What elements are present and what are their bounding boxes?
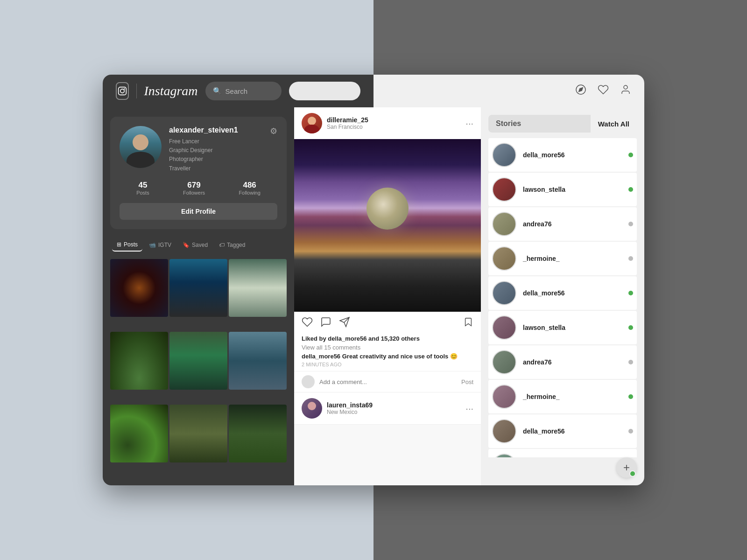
story-avatar-7 (492, 350, 516, 374)
post-image-1 (294, 139, 481, 312)
story-username-3: andrea76 (523, 220, 622, 228)
svg-point-1 (120, 89, 124, 93)
story-username-1: della_more56 (523, 151, 622, 159)
header-right (374, 75, 644, 107)
bookmark-icon[interactable] (463, 317, 473, 330)
saved-icon: 🔖 (183, 242, 190, 248)
post-likes-1: Liked by della_more56 and 15,320 others (294, 335, 481, 344)
online-status-9 (628, 429, 633, 434)
right-stories-panel: Stories Watch All della_more56 lawson_st… (481, 107, 644, 485)
grid-post-4[interactable] (110, 332, 168, 390)
profile-top: alexander_steiven1 Free LancerGraphic De… (120, 126, 277, 173)
svg-rect-0 (119, 87, 127, 95)
story-username-7: andrea76 (523, 358, 622, 366)
story-item-2[interactable]: lawson_stella (488, 173, 637, 206)
tab-tagged[interactable]: 🏷 Tagged (214, 239, 250, 251)
story-item-4[interactable]: _hermoine_ (488, 242, 637, 275)
posts-grid (110, 259, 287, 476)
instagram-logo-icon (116, 82, 129, 100)
instagram-wordmark: Instagram (144, 84, 197, 98)
story-item-8[interactable]: _hermoine_ (488, 380, 637, 413)
grid-post-3[interactable] (229, 259, 287, 317)
profile-username: alexander_steiven1 (169, 126, 262, 134)
online-status-3 (628, 222, 633, 226)
story-item-5[interactable]: della_more56 (488, 276, 637, 310)
tab-posts[interactable]: ⊞ Posts (112, 238, 142, 252)
post-card-1: dilleramie_25 San Francisco ··· (294, 107, 481, 392)
online-status-4 (628, 256, 633, 261)
comment-input-1[interactable] (319, 378, 457, 385)
online-status-8 (628, 394, 633, 399)
comment-icon[interactable] (320, 316, 331, 330)
grid-post-7[interactable] (110, 405, 168, 462)
story-avatar-5 (492, 281, 516, 305)
story-item-10[interactable]: lawson_stella (488, 449, 637, 457)
story-avatar-10 (492, 454, 516, 457)
caption-text: Great creativity and nice use of tools 😊 (342, 353, 458, 360)
grid-post-2[interactable] (169, 259, 227, 317)
header: Instagram 🔍 Search (103, 75, 644, 107)
online-status-1 (628, 153, 633, 157)
tab-igtv[interactable]: 📹 IGTV (144, 239, 176, 251)
story-item-1[interactable]: della_more56 (488, 138, 637, 172)
search-bar-right (289, 82, 360, 100)
post-avatar-1 (302, 113, 322, 133)
grid-post-5[interactable] (169, 332, 227, 390)
left-panel: alexander_steiven1 Free LancerGraphic De… (103, 107, 294, 485)
post-more-options-1[interactable]: ··· (465, 118, 473, 129)
tagged-icon: 🏷 (219, 242, 225, 248)
online-status-6 (628, 325, 633, 330)
grid-post-9[interactable] (229, 405, 287, 462)
profile-icon[interactable] (620, 84, 631, 98)
watch-all-button[interactable]: Watch All (591, 115, 637, 133)
tab-saved[interactable]: 🔖 Saved (178, 239, 212, 251)
post-more-options-2[interactable]: ··· (465, 403, 473, 414)
search-bar[interactable]: 🔍 Search (205, 82, 282, 100)
share-icon[interactable] (339, 316, 350, 330)
stat-followers: 679 Followers (183, 181, 205, 196)
search-placeholder: Search (226, 87, 248, 95)
post-card-2: lauren_insta69 New Mexico ··· (294, 392, 481, 425)
search-icon: 🔍 (213, 87, 222, 95)
explore-icon[interactable] (575, 84, 586, 98)
main-layout: alexander_steiven1 Free LancerGraphic De… (103, 107, 644, 485)
profile-tabs: ⊞ Posts 📹 IGTV 🔖 Saved 🏷 Tagged (110, 235, 287, 255)
story-item-3[interactable]: andrea76 (488, 207, 637, 241)
post-actions-1 (294, 312, 481, 335)
view-comments-1[interactable]: View all 15 comments (294, 344, 481, 353)
story-avatar-2 (492, 177, 516, 202)
story-item-9[interactable]: della_more56 (488, 414, 637, 448)
profile-stats: 45 Posts 679 Followers 486 Following (120, 181, 277, 196)
like-icon[interactable] (302, 316, 313, 330)
settings-icon[interactable]: ⚙ (270, 126, 277, 136)
grid-post-1[interactable] (110, 259, 168, 317)
post-header-2: lauren_insta69 New Mexico ··· (294, 392, 481, 424)
posts-grid-icon: ⊞ (117, 241, 121, 248)
post-user-info-2: lauren_insta69 New Mexico (327, 401, 461, 415)
story-item-6[interactable]: lawson_stella (488, 311, 637, 344)
story-item-7[interactable]: andrea76 (488, 345, 637, 379)
online-status-7 (628, 360, 633, 364)
grid-post-6[interactable] (229, 332, 287, 390)
add-story-fab-button[interactable]: + (616, 457, 637, 478)
online-status-5 (628, 291, 633, 295)
story-avatar-6 (492, 315, 516, 340)
heart-icon[interactable] (598, 84, 609, 98)
svg-point-5 (624, 85, 627, 89)
grid-post-8[interactable] (169, 405, 227, 462)
stat-following: 486 Following (239, 181, 260, 196)
story-avatar-4 (492, 246, 516, 271)
post-location-2: New Mexico (327, 409, 461, 415)
app-container: Instagram 🔍 Search (103, 75, 644, 485)
post-avatar-2 (302, 398, 322, 419)
story-avatar-3 (492, 212, 516, 236)
post-location-1: San Francisco (327, 124, 461, 130)
comment-input-row-1: Post (294, 371, 481, 392)
avatar (120, 126, 162, 168)
story-username-2: lawson_stella (523, 186, 622, 193)
post-time-1: 2 MINUTES AGO (294, 362, 481, 371)
edit-profile-button[interactable]: Edit Profile (120, 203, 277, 220)
stories-list: della_more56 lawson_stella andrea76 _her… (488, 138, 637, 457)
stat-posts: 45 Posts (136, 181, 149, 196)
post-comment-button-1[interactable]: Post (461, 378, 473, 385)
